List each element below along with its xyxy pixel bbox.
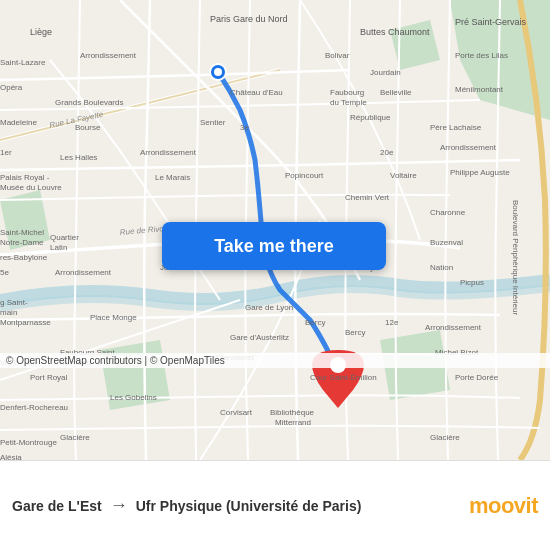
svg-text:Paris Gare du Nord: Paris Gare du Nord — [210, 14, 288, 24]
svg-text:Jourdain: Jourdain — [370, 68, 401, 77]
svg-text:Port Royal: Port Royal — [30, 373, 68, 382]
svg-text:Corvisart: Corvisart — [220, 408, 253, 417]
svg-text:Musée du Louvre: Musée du Louvre — [0, 183, 62, 192]
take-me-there-button[interactable]: Take me there — [162, 222, 386, 270]
svg-text:Arrondissement: Arrondissement — [425, 323, 482, 332]
svg-text:Les Gobelins: Les Gobelins — [110, 393, 157, 402]
svg-text:Latin: Latin — [50, 243, 67, 252]
svg-text:Faubourg: Faubourg — [330, 88, 364, 97]
svg-text:Charonne: Charonne — [430, 208, 466, 217]
svg-text:Picpus: Picpus — [460, 278, 484, 287]
map-container: Liège Paris Gare du Nord Buttes Chaumont… — [0, 0, 550, 460]
svg-text:Buttes Chaumont: Buttes Chaumont — [360, 27, 430, 37]
svg-text:Sentier: Sentier — [200, 118, 226, 127]
svg-text:Les Halles: Les Halles — [60, 153, 97, 162]
svg-text:Buzenval: Buzenval — [430, 238, 463, 247]
svg-text:Boulevard Périphérique Intérie: Boulevard Périphérique Intérieur — [511, 200, 520, 316]
svg-text:Père Lachaise: Père Lachaise — [430, 123, 482, 132]
attribution-text: © OpenStreetMap contributors | © OpenMap… — [6, 355, 225, 366]
svg-text:Saint-Lazare: Saint-Lazare — [0, 58, 46, 67]
svg-text:Pré Saint-Gervais: Pré Saint-Gervais — [455, 17, 527, 27]
svg-text:Porte des Lilas: Porte des Lilas — [455, 51, 508, 60]
svg-text:Ménilmontant: Ménilmontant — [455, 85, 504, 94]
svg-text:Bibliothèque: Bibliothèque — [270, 408, 315, 417]
svg-text:Place Monge: Place Monge — [90, 313, 137, 322]
svg-text:Opéra: Opéra — [0, 83, 23, 92]
route-arrow-icon: → — [110, 495, 128, 516]
svg-text:Porte Dorée: Porte Dorée — [455, 373, 499, 382]
svg-point-7 — [214, 68, 222, 76]
svg-text:Montparnasse: Montparnasse — [0, 318, 51, 327]
svg-text:Chemin Vert: Chemin Vert — [345, 193, 390, 202]
bottom-bar: Gare de L'Est → Ufr Physique (Université… — [0, 460, 550, 550]
svg-text:12e: 12e — [385, 318, 399, 327]
svg-text:Saint-Michel: Saint-Michel — [0, 228, 44, 237]
svg-text:Arrondissement: Arrondissement — [440, 143, 497, 152]
svg-text:Arrondissement: Arrondissement — [140, 148, 197, 157]
svg-text:Bercy: Bercy — [305, 318, 325, 327]
svg-text:Gare d'Austerlitz: Gare d'Austerlitz — [230, 333, 289, 342]
svg-text:Quartier: Quartier — [50, 233, 79, 242]
svg-text:Alésia: Alésia — [0, 453, 22, 460]
svg-text:Le Marais: Le Marais — [155, 173, 190, 182]
moovit-logo: moovit — [469, 493, 538, 519]
svg-text:20e: 20e — [380, 148, 394, 157]
svg-text:1er: 1er — [0, 148, 12, 157]
svg-text:Nation: Nation — [430, 263, 453, 272]
svg-text:Grands Boulevards: Grands Boulevards — [55, 98, 123, 107]
svg-text:g Saint-: g Saint- — [0, 298, 28, 307]
svg-text:Denfert-Rochereau: Denfert-Rochereau — [0, 403, 68, 412]
svg-text:3e: 3e — [240, 123, 249, 132]
svg-text:Cour Saint-Émilion: Cour Saint-Émilion — [310, 373, 377, 382]
svg-text:Palais Royal -: Palais Royal - — [0, 173, 50, 182]
svg-text:Petit-Montrouge: Petit-Montrouge — [0, 438, 57, 447]
svg-text:res-Babylone: res-Babylone — [0, 253, 48, 262]
svg-text:Glacière: Glacière — [430, 433, 460, 442]
svg-text:du Temple: du Temple — [330, 98, 367, 107]
svg-text:main: main — [0, 308, 17, 317]
svg-text:Philippe Auguste: Philippe Auguste — [450, 168, 510, 177]
svg-text:Bercy: Bercy — [345, 328, 365, 337]
svg-text:Belleville: Belleville — [380, 88, 412, 97]
svg-text:Château d'Eau: Château d'Eau — [230, 88, 283, 97]
svg-text:Madeleine: Madeleine — [0, 118, 37, 127]
svg-text:République: République — [350, 113, 391, 122]
map-attribution: © OpenStreetMap contributors | © OpenMap… — [0, 353, 550, 368]
route-to: Ufr Physique (Université de Paris) — [136, 498, 461, 514]
moovit-brand-text: moovit — [469, 493, 538, 519]
svg-text:Mitterrand: Mitterrand — [275, 418, 311, 427]
svg-text:Voltaire: Voltaire — [390, 171, 417, 180]
svg-text:Glacière: Glacière — [60, 433, 90, 442]
svg-text:Arrondissement: Arrondissement — [80, 51, 137, 60]
svg-text:Arrondissement: Arrondissement — [55, 268, 112, 277]
svg-text:5e: 5e — [0, 268, 9, 277]
svg-text:Popincourt: Popincourt — [285, 171, 324, 180]
svg-text:Liège: Liège — [30, 27, 52, 37]
svg-text:Gare de Lyon: Gare de Lyon — [245, 303, 293, 312]
svg-text:Bolivar: Bolivar — [325, 51, 350, 60]
route-from: Gare de L'Est — [12, 498, 102, 514]
svg-text:Bourse: Bourse — [75, 123, 101, 132]
svg-text:Notre-Dame: Notre-Dame — [0, 238, 44, 247]
